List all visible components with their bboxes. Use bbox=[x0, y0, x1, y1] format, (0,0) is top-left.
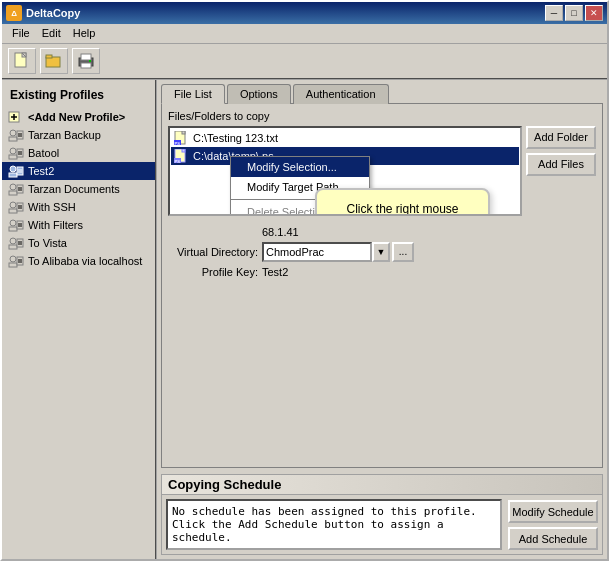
svg-rect-39 bbox=[17, 221, 23, 229]
ip-row: 68.1.41 bbox=[168, 226, 596, 238]
tooltip-bubble: Click the right mouse button and select … bbox=[315, 188, 490, 216]
sidebar-item-tarzan-docs[interactable]: Tarzan Documents bbox=[2, 180, 155, 198]
virtual-dir-browse[interactable]: ... bbox=[392, 242, 414, 262]
sidebar-label-1: Tarzan Backup bbox=[28, 129, 101, 141]
svg-point-12 bbox=[10, 130, 16, 136]
sidebar-item-tarzan-backup[interactable]: Tarzan Backup bbox=[2, 126, 155, 144]
svg-rect-53 bbox=[182, 131, 185, 134]
svg-rect-8 bbox=[89, 60, 91, 62]
file-icon-1: PS bbox=[174, 131, 190, 145]
profile-key-value: Test2 bbox=[262, 266, 596, 278]
svg-rect-13 bbox=[9, 137, 17, 141]
add-folder-button[interactable]: Add Folder bbox=[526, 126, 596, 149]
modify-schedule-button[interactable]: Modify Schedule bbox=[508, 500, 598, 523]
titlebar-left: Δ DeltaCopy bbox=[6, 5, 80, 21]
profile-icon-5 bbox=[8, 200, 24, 214]
svg-rect-23 bbox=[9, 173, 17, 177]
sidebar-item-add-profile[interactable]: <Add New Profile> bbox=[2, 108, 155, 126]
svg-rect-33 bbox=[9, 209, 17, 213]
sidebar-header: Existing Profiles bbox=[2, 84, 155, 108]
sidebar-item-batool[interactable]: Batool bbox=[2, 144, 155, 162]
schedule-buttons: Modify Schedule Add Schedule bbox=[508, 499, 598, 550]
folder-icon bbox=[45, 52, 63, 70]
profile-icon-2 bbox=[8, 146, 24, 160]
add-profile-icon bbox=[8, 110, 24, 124]
svg-rect-7 bbox=[81, 63, 91, 68]
profile-icon-3 bbox=[8, 164, 24, 178]
restore-button[interactable]: □ bbox=[565, 5, 583, 21]
profile-key-row: Profile Key: Test2 bbox=[168, 266, 596, 278]
sidebar-label-4: Tarzan Documents bbox=[28, 183, 120, 195]
svg-point-42 bbox=[10, 238, 16, 244]
toolbar-print[interactable] bbox=[72, 48, 100, 74]
schedule-body: No schedule has been assigned to this pr… bbox=[161, 495, 603, 555]
svg-rect-14 bbox=[17, 131, 23, 139]
file-icon-2: PS bbox=[174, 149, 190, 163]
file-list-buttons: Add Folder Add Files bbox=[526, 126, 596, 176]
svg-rect-44 bbox=[17, 239, 23, 247]
virtual-dir-arrow[interactable]: ▼ bbox=[372, 242, 390, 262]
toolbar-new[interactable] bbox=[8, 48, 36, 74]
menu-file[interactable]: File bbox=[6, 26, 36, 40]
titlebar-controls: ─ □ ✕ bbox=[545, 5, 603, 21]
svg-rect-18 bbox=[9, 155, 17, 159]
tab-authentication[interactable]: Authentication bbox=[293, 84, 389, 104]
virtual-dir-label: Virtual Directory: bbox=[168, 246, 258, 258]
main-content: Existing Profiles <Add New Profile> bbox=[2, 80, 607, 559]
virtual-dir-combo: ▼ ... bbox=[262, 242, 414, 262]
tab-options[interactable]: Options bbox=[227, 84, 291, 104]
add-profile-label: <Add New Profile> bbox=[28, 111, 125, 123]
close-button[interactable]: ✕ bbox=[585, 5, 603, 21]
svg-rect-43 bbox=[9, 245, 17, 249]
schedule-header: Copying Schedule bbox=[161, 474, 603, 495]
new-doc-icon bbox=[13, 52, 31, 70]
add-files-button[interactable]: Add Files bbox=[526, 153, 596, 176]
svg-rect-38 bbox=[9, 227, 17, 231]
svg-point-22 bbox=[10, 166, 16, 172]
main-window: Δ DeltaCopy ─ □ ✕ File Edit Help bbox=[0, 0, 609, 561]
add-schedule-button[interactable]: Add Schedule bbox=[508, 527, 598, 550]
toolbar bbox=[2, 44, 607, 80]
server-info: 68.1.41 Virtual Directory: ▼ ... Profile… bbox=[168, 226, 596, 278]
file-list-container: PS C:\Testing 123.txt bbox=[168, 126, 522, 216]
sidebar-item-with-ssh[interactable]: With SSH bbox=[2, 198, 155, 216]
minimize-button[interactable]: ─ bbox=[545, 5, 563, 21]
svg-rect-29 bbox=[17, 185, 23, 193]
sidebar: Existing Profiles <Add New Profile> bbox=[2, 80, 157, 559]
sidebar-item-test2[interactable]: Test2 bbox=[2, 162, 155, 180]
app-icon: Δ bbox=[6, 5, 22, 21]
sidebar-label-7: To Vista bbox=[28, 237, 67, 249]
profile-icon-1 bbox=[8, 128, 24, 142]
svg-rect-49 bbox=[17, 257, 23, 265]
file-path-1: C:\Testing 123.txt bbox=[193, 132, 278, 144]
tooltip-text: Click the right mouse button and select … bbox=[333, 202, 471, 216]
sidebar-label-8: To Alibaba via localhost bbox=[28, 255, 142, 267]
virtual-dir-row: Virtual Directory: ▼ ... bbox=[168, 242, 596, 262]
file-list-item-1[interactable]: PS C:\Testing 123.txt bbox=[171, 129, 519, 147]
sidebar-label-3: Test2 bbox=[28, 165, 54, 177]
menu-help[interactable]: Help bbox=[67, 26, 102, 40]
right-panel: File List Options Authentication Files/F… bbox=[157, 80, 607, 559]
file-list-row: PS C:\Testing 123.txt bbox=[168, 126, 596, 222]
svg-rect-24 bbox=[17, 167, 23, 175]
sidebar-item-alibaba[interactable]: To Alibaba via localhost bbox=[2, 252, 155, 270]
svg-rect-28 bbox=[9, 191, 17, 195]
tab-file-list[interactable]: File List bbox=[161, 84, 225, 104]
svg-rect-4 bbox=[46, 55, 52, 58]
virtual-dir-input[interactable] bbox=[262, 242, 372, 262]
menu-edit[interactable]: Edit bbox=[36, 26, 67, 40]
sidebar-label-6: With Filters bbox=[28, 219, 83, 231]
ip-value: 68.1.41 bbox=[262, 226, 596, 238]
profile-icon-4 bbox=[8, 182, 24, 196]
context-menu-modify-selection[interactable]: Modify Selection... bbox=[231, 157, 369, 177]
menubar: File Edit Help bbox=[2, 24, 607, 44]
svg-point-27 bbox=[10, 184, 16, 190]
svg-text:PS: PS bbox=[175, 159, 181, 163]
sidebar-item-with-filters[interactable]: With Filters bbox=[2, 216, 155, 234]
svg-text:PS: PS bbox=[175, 141, 181, 145]
sidebar-item-to-vista[interactable]: To Vista bbox=[2, 234, 155, 252]
toolbar-open[interactable] bbox=[40, 48, 68, 74]
section-label: Files/Folders to copy bbox=[168, 110, 596, 122]
svg-rect-34 bbox=[17, 203, 23, 211]
profile-icon-7 bbox=[8, 236, 24, 250]
